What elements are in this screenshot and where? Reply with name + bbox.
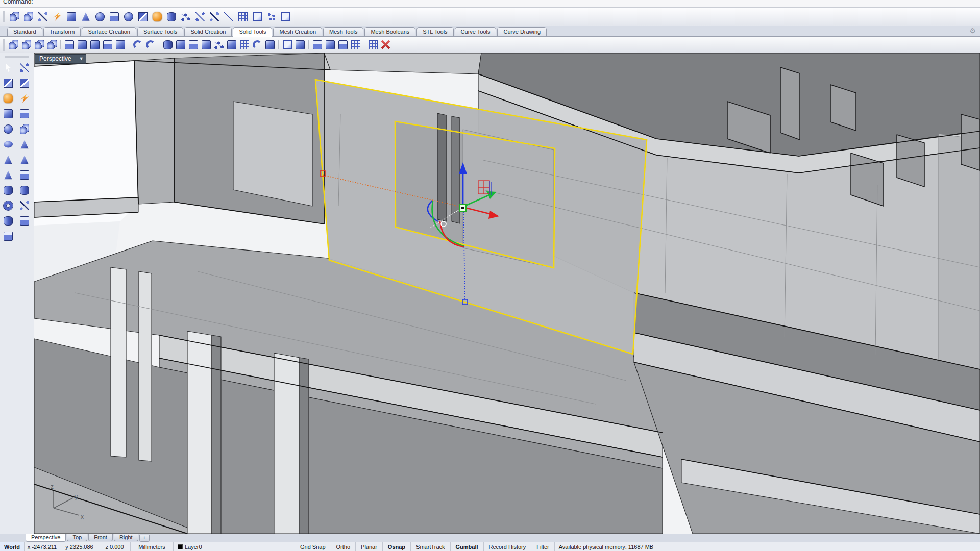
trim-icon[interactable] — [2, 77, 15, 90]
torus-icon[interactable] — [2, 199, 15, 212]
viewport-tab[interactable]: Right — [114, 534, 138, 541]
command-bar[interactable]: Command: — [0, 0, 980, 8]
boolean-cells-icon[interactable] — [114, 39, 126, 51]
toolbar-tab[interactable]: Mesh Booleans — [364, 27, 415, 36]
current-layer-pane[interactable]: Layer0 — [174, 542, 295, 551]
toolbar-tab[interactable]: Surface Tools — [137, 27, 183, 36]
boolean-difference-icon[interactable] — [22, 11, 35, 23]
delete-hole-icon[interactable] — [380, 39, 391, 51]
untrim-icon[interactable] — [151, 11, 163, 23]
pyramid-icon[interactable] — [2, 168, 15, 182]
trim-icon[interactable] — [137, 11, 149, 23]
rotate-hole-icon[interactable] — [251, 39, 263, 51]
extrude-surface-icon[interactable] — [18, 214, 31, 228]
sidebar-grip[interactable] — [5, 56, 29, 58]
split-icon[interactable] — [18, 77, 31, 90]
extract-surface-icon[interactable] — [63, 39, 75, 51]
truncated-cone-icon[interactable] — [18, 153, 31, 166]
viewport-tab[interactable]: Top — [67, 534, 87, 541]
boolean-intersection-icon[interactable] — [33, 39, 45, 51]
status-toggle[interactable]: Ortho — [331, 542, 356, 551]
toolbar-tab[interactable]: Solid Creation — [184, 27, 232, 36]
blend-curve-icon[interactable] — [37, 11, 49, 23]
extrude-face-icon[interactable] — [200, 39, 212, 51]
wire-cut-icon[interactable] — [281, 39, 293, 51]
cap-planar-holes-icon[interactable] — [102, 39, 113, 51]
box-icon[interactable] — [65, 11, 78, 23]
split-face-icon[interactable] — [311, 39, 323, 51]
box-icon[interactable] — [2, 107, 15, 120]
toolbar-tab[interactable]: Curve Tools — [455, 27, 497, 36]
project-hole-icon[interactable] — [294, 39, 306, 51]
select-arrow-icon[interactable] — [2, 61, 15, 74]
toolbar-tab[interactable]: Mesh Creation — [273, 27, 322, 36]
move-face-icon[interactable] — [175, 39, 186, 51]
slab-icon[interactable] — [2, 230, 15, 243]
toolbar-tab[interactable]: Transform — [43, 27, 81, 36]
cone-icon[interactable] — [2, 153, 15, 166]
extract-surface-icon[interactable] — [108, 11, 120, 23]
viewport-title[interactable]: Perspective ▼ — [35, 54, 86, 64]
line-icon[interactable] — [223, 11, 235, 23]
fillet-edge-icon[interactable] — [132, 39, 143, 51]
toolbar-grip[interactable] — [3, 39, 5, 51]
move-hole-icon[interactable] — [226, 39, 237, 51]
status-toggle[interactable]: Gumball — [451, 542, 484, 551]
explode-puzzle-icon[interactable] — [2, 92, 15, 105]
toolbar-tab[interactable]: STL Tools — [416, 27, 453, 36]
truncated-pyramid-icon[interactable] — [18, 168, 31, 182]
explode-icon[interactable] — [51, 11, 63, 23]
sphere-points-icon[interactable] — [18, 122, 31, 136]
status-toggle[interactable]: Record History — [484, 542, 532, 551]
units-indicator[interactable]: Millimeters — [131, 542, 174, 551]
ellipsoid-icon[interactable] — [2, 138, 15, 151]
toolbar-tab[interactable]: Surface Creation — [82, 27, 136, 36]
toolbar-tab[interactable]: Standard — [7, 27, 42, 36]
cplane-indicator[interactable]: World — [0, 542, 24, 551]
point-cloud-icon[interactable] — [265, 11, 278, 23]
toolbar-tab[interactable]: Mesh Tools — [323, 27, 363, 36]
polyline-icon[interactable] — [180, 11, 192, 23]
status-toggle[interactable]: SmartTrack — [411, 542, 450, 551]
unroll-surface-icon[interactable] — [337, 39, 349, 51]
toolbar-grip[interactable] — [3, 11, 5, 22]
sphere-icon[interactable] — [2, 122, 15, 136]
status-toggle[interactable]: Filter — [531, 542, 554, 551]
move-scale-icon[interactable] — [18, 61, 31, 74]
viewport-tab[interactable]: Perspective — [26, 534, 66, 542]
viewport-title-dropdown-icon[interactable]: ▼ — [77, 55, 86, 63]
command-prompt[interactable]: Command: — [3, 0, 980, 5]
pipe-icon[interactable] — [2, 214, 15, 228]
picture-frame-icon[interactable] — [280, 11, 292, 23]
new-viewport-tab-button[interactable]: + — [139, 535, 150, 542]
make2d-icon[interactable] — [251, 11, 263, 23]
status-toggle[interactable]: Grid Snap — [295, 542, 331, 551]
boolean-difference-icon[interactable] — [20, 39, 32, 51]
array-solid-icon[interactable] — [367, 39, 379, 51]
shell-icon[interactable] — [89, 39, 101, 51]
cone-icon[interactable] — [80, 11, 92, 23]
curve-handles-icon[interactable] — [208, 11, 220, 23]
boolean-split-icon[interactable] — [46, 39, 58, 51]
solid-points-icon[interactable] — [213, 39, 225, 51]
toolbar-tab[interactable]: Solid Tools — [233, 27, 272, 36]
cylinder-icon[interactable] — [2, 184, 15, 197]
explode-icon[interactable] — [18, 92, 31, 105]
boolean-union-icon[interactable] — [8, 11, 20, 23]
grid-hole-icon[interactable] — [350, 39, 361, 51]
chamfer-edge-icon[interactable] — [144, 39, 156, 51]
status-toggle[interactable]: Osnap — [383, 542, 411, 551]
viewport-title-label[interactable]: Perspective — [35, 55, 77, 63]
sphere-icon[interactable] — [122, 11, 135, 23]
merge-faces-icon[interactable] — [324, 39, 336, 51]
viewport-canvas[interactable]: z y x — [34, 53, 980, 534]
copy-hole-icon[interactable] — [264, 39, 276, 51]
perspective-viewport[interactable]: Perspective ▼ — [34, 53, 980, 534]
solid-core-icon[interactable] — [76, 39, 88, 51]
cylinder-icon[interactable] — [165, 11, 178, 23]
array-icon[interactable] — [237, 11, 249, 23]
pipe-curve-icon[interactable] — [18, 199, 31, 212]
layer-name[interactable]: Layer0 — [185, 544, 202, 550]
move-edge-icon[interactable] — [187, 39, 199, 51]
status-toggle[interactable]: Planar — [356, 542, 383, 551]
